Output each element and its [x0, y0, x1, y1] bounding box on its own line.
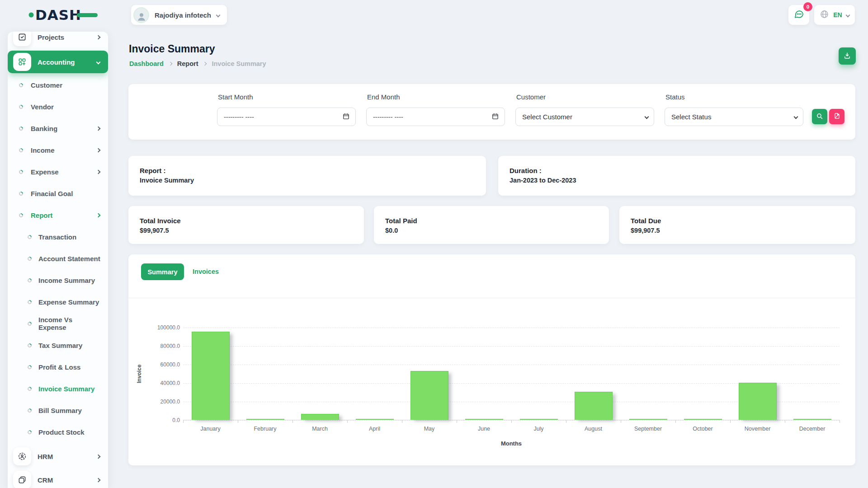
tab-summary[interactable]: Summary — [141, 263, 184, 280]
sidebar-item-transaction[interactable]: Transaction — [8, 226, 108, 248]
bar-september — [629, 419, 667, 420]
language-selector[interactable]: EN — [814, 5, 855, 25]
start-month-placeholder: --------- ---- — [224, 113, 342, 121]
sidebar-item-finacial-goal[interactable]: Finacial Goal — [8, 183, 108, 204]
user-focus-icon — [13, 447, 31, 465]
axis-tick — [730, 420, 731, 423]
accounting-submenu: CustomerVendorBankingIncomeExpenseFinaci… — [8, 73, 108, 443]
sidebar-item-banking[interactable]: Banking — [8, 117, 108, 139]
overlap-squares-icon — [13, 471, 31, 488]
sidebar-item-projects[interactable]: Projects — [8, 32, 108, 48]
filter-panel: Start Month --------- ---- End Month ---… — [128, 84, 855, 140]
breadcrumb-report[interactable]: Report — [177, 60, 198, 67]
tab-invoices[interactable]: Invoices — [193, 263, 219, 280]
sidebar-item-label: Vendor — [31, 103, 54, 111]
sidebar-item-customer[interactable]: Customer — [8, 74, 108, 96]
axis-tick — [511, 420, 512, 423]
chevron-right-icon — [96, 213, 101, 217]
start-month-label: Start Month — [218, 93, 253, 101]
bullet-icon — [27, 321, 33, 327]
report-card-value: Invoice Summary — [140, 177, 194, 184]
sidebar-item-report[interactable]: Report — [8, 204, 108, 226]
file-x-icon — [834, 113, 840, 121]
app-logo[interactable]: DASH — [28, 5, 100, 24]
bar-january — [192, 332, 230, 420]
stat-label: Total Paid — [385, 217, 417, 225]
logo-text: DASH — [35, 7, 81, 23]
y-axis-title: Invoice — [135, 328, 144, 420]
bar-slot — [785, 328, 840, 420]
y-tick-label: 20000.0 — [142, 399, 180, 405]
sidebar-item-vendor[interactable]: Vendor — [8, 96, 108, 117]
sidebar-item-label: Profit & Loss — [38, 363, 80, 371]
chevron-down-icon — [96, 60, 101, 64]
sidebar-item-account-statement[interactable]: Account Statement — [8, 248, 108, 269]
customer-select[interactable]: Select Customer — [515, 108, 654, 126]
x-tick-label: July — [511, 426, 566, 432]
status-select-value: Select Status — [671, 113, 794, 121]
end-month-input[interactable]: --------- ---- — [366, 108, 505, 126]
sidebar-item-income-summary[interactable]: Income Summary — [8, 269, 108, 291]
chevron-down-icon — [845, 13, 850, 17]
chevron-right-icon — [96, 148, 101, 152]
stat-label: Total Due — [631, 217, 661, 225]
axis-tick — [840, 420, 840, 423]
x-tick-label: May — [402, 426, 457, 432]
x-tick-label: September — [621, 426, 675, 432]
axis-tick — [183, 420, 184, 423]
sidebar-item-hrm[interactable]: HRM — [8, 445, 108, 468]
report-card-label: Report : — [140, 167, 166, 174]
sidebar-item-expense-summary[interactable]: Expense Summary — [8, 291, 108, 313]
sidebar-item-bill-summary[interactable]: Bill Summary — [8, 399, 108, 421]
axis-tick — [785, 420, 785, 423]
bullet-icon — [27, 299, 33, 305]
status-select[interactable]: Select Status — [665, 108, 803, 126]
sidebar-item-expense[interactable]: Expense — [8, 161, 108, 183]
end-month-label: End Month — [367, 93, 400, 101]
bar-slot — [675, 328, 730, 420]
sidebar-item-crm[interactable]: CRM — [8, 468, 108, 488]
sidebar-item-income[interactable]: Income — [8, 139, 108, 161]
breadcrumb-dashboard[interactable]: Dashboard — [129, 60, 164, 67]
sidebar-item-accounting[interactable]: Accounting — [8, 51, 108, 73]
messages-button[interactable]: 0 — [788, 5, 809, 25]
bullet-icon — [18, 191, 24, 197]
sidebar-item-label: Banking — [31, 125, 57, 132]
y-tick-label: 80000.0 — [142, 343, 180, 349]
x-tick-label: February — [238, 426, 292, 432]
sidebar-item-label: Account Statement — [38, 255, 100, 263]
sidebar-item-tax-summary[interactable]: Tax Summary — [8, 334, 108, 356]
axis-tick — [457, 420, 457, 423]
bar-slot — [292, 328, 347, 420]
x-tick-label: August — [566, 426, 621, 432]
bullet-icon — [27, 256, 33, 262]
company-selector[interactable]: Rajodiya infotech — [131, 5, 227, 25]
reset-button[interactable] — [829, 109, 844, 124]
bullet-icon — [18, 104, 24, 110]
search-button[interactable] — [812, 109, 827, 124]
globe-icon — [820, 9, 829, 21]
y-tick-label: 40000.0 — [142, 380, 180, 386]
chevron-right-icon — [96, 169, 101, 174]
bullet-icon — [18, 147, 24, 153]
x-tick-label: December — [785, 426, 840, 432]
sidebar-item-product-stock[interactable]: Product Stock — [8, 421, 108, 443]
sidebar-item-profit-loss[interactable]: Profit & Loss — [8, 356, 108, 378]
sidebar-item-label: Report — [31, 211, 52, 219]
sidebar-item-invoice-summary[interactable]: Invoice Summary — [8, 378, 108, 399]
sidebar-item-label: Projects — [38, 33, 64, 41]
invoice-bar-chart: Invoice 0.020000.040000.060000.080000.01… — [128, 298, 855, 465]
bullet-icon — [18, 212, 24, 218]
sidebar-item-income-vs-expense[interactable]: Income Vs Expense — [8, 313, 108, 334]
download-button[interactable] — [839, 47, 856, 65]
logo-dash — [77, 13, 98, 17]
sidebar-nav: Projects Accounting CustomerVendorBankin… — [8, 32, 108, 488]
chevron-right-icon — [96, 478, 101, 482]
bar-february — [246, 419, 284, 420]
bar-june — [465, 419, 503, 420]
start-month-input[interactable]: --------- ---- — [217, 108, 356, 126]
sidebar-item-label: Finacial Goal — [31, 190, 73, 197]
x-tick-label: January — [183, 426, 238, 432]
calendar-icon — [491, 113, 499, 122]
chevron-right-icon — [96, 35, 101, 39]
